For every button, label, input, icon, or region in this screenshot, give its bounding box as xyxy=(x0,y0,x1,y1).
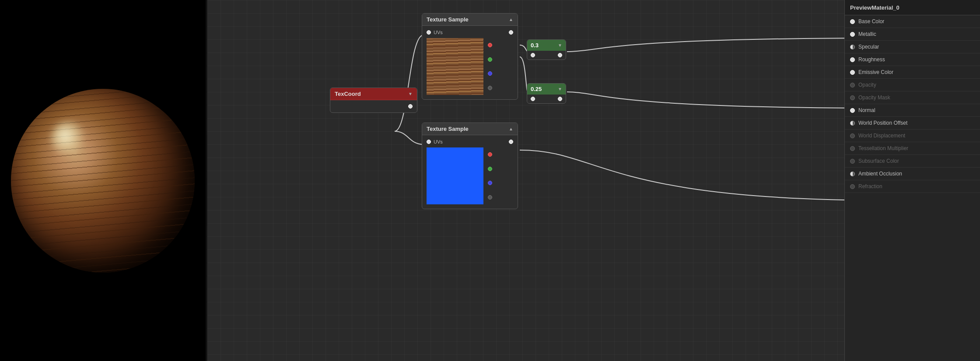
pm-label-8: World Position Offset xyxy=(858,120,907,126)
preview-material-rows: Base ColorMetallicSpecularRoughnessEmiss… xyxy=(845,15,980,193)
tex-sample-1-uvs-label: UVs xyxy=(434,30,443,35)
tex-sample-1-red-pin[interactable] xyxy=(488,43,492,47)
pm-label-12: Ambient Occlusion xyxy=(858,171,902,177)
pm-pin-2[interactable] xyxy=(850,45,855,49)
scalar-2-output-pin[interactable] xyxy=(558,97,562,101)
texcoord-node[interactable]: TexCoord ▼ xyxy=(330,88,417,113)
pm-pin-12[interactable] xyxy=(850,172,855,176)
texcoord-title: TexCoord xyxy=(335,91,361,97)
tex-sample-1-output-pin[interactable] xyxy=(509,30,513,35)
pm-label-9: World Displacement xyxy=(858,133,905,139)
scalar-1-header: 0.3 ▼ xyxy=(527,40,566,51)
pm-pin-10[interactable] xyxy=(850,146,855,151)
pm-label-0: Base Color xyxy=(858,18,884,25)
tex-sample-2-body: UVs xyxy=(422,135,518,209)
pm-row-3[interactable]: Roughness xyxy=(845,53,980,66)
preview-material-header: PreviewMaterial_0 xyxy=(845,0,980,15)
pm-label-3: Roughness xyxy=(858,56,885,63)
tex-sample-1-pins xyxy=(488,36,495,97)
scalar-1-body xyxy=(527,51,566,60)
tex-sample-2-green-pin[interactable] xyxy=(488,167,492,171)
pm-row-6[interactable]: Opacity Mask xyxy=(845,91,980,104)
pm-row-12[interactable]: Ambient Occlusion xyxy=(845,168,980,180)
pm-pin-7[interactable] xyxy=(850,108,855,113)
pm-label-10: Tessellation Multiplier xyxy=(858,145,908,151)
node-editor[interactable]: TexCoord ▼ Texture Sample ▲ UVs xyxy=(207,0,980,361)
pm-label-4: Emissive Color xyxy=(858,69,893,75)
pm-row-9[interactable]: World Displacement xyxy=(845,130,980,142)
tex-sample-1-uvs-row: UVs xyxy=(422,28,518,36)
scalar-1-input-pin[interactable] xyxy=(531,53,535,57)
tex-sample-2-uvs-pin[interactable] xyxy=(427,140,431,144)
pm-row-10[interactable]: Tessellation Multiplier xyxy=(845,142,980,155)
pm-label-6: Opacity Mask xyxy=(858,95,890,101)
tex-sample-1-uvs-pin[interactable] xyxy=(427,30,431,35)
material-sphere xyxy=(11,89,195,273)
scalar-node-1[interactable]: 0.3 ▼ xyxy=(527,39,566,60)
tex-sample-1-arrow: ▲ xyxy=(509,17,513,22)
pm-label-13: Refraction xyxy=(858,183,882,189)
pm-row-5[interactable]: Opacity xyxy=(845,79,980,91)
pm-pin-3[interactable] xyxy=(850,57,855,62)
pm-pin-13[interactable] xyxy=(850,184,855,189)
normal-texture xyxy=(427,147,483,204)
tex-sample-2-uvs-row: UVs xyxy=(422,138,518,146)
tex-sample-1-alpha-pin[interactable] xyxy=(488,86,492,90)
tex-sample-2-output-pin[interactable] xyxy=(509,140,513,144)
tex-sample-1-preview xyxy=(427,38,483,95)
pm-pin-1[interactable] xyxy=(850,32,855,37)
texcoord-body xyxy=(330,100,417,112)
pm-label-11: Subsurface Color xyxy=(858,158,899,164)
scalar-1-arrow: ▼ xyxy=(558,43,562,48)
texcoord-header: TexCoord ▼ xyxy=(330,88,417,100)
scalar-1-output-pin[interactable] xyxy=(558,53,562,57)
scalar-2-header: 0.25 ▼ xyxy=(527,84,566,95)
pm-pin-11[interactable] xyxy=(850,159,855,164)
pm-row-13[interactable]: Refraction xyxy=(845,180,980,193)
tex-sample-1-green-pin[interactable] xyxy=(488,57,492,62)
tex-sample-2-alpha-pin[interactable] xyxy=(488,195,492,200)
tex-sample-1-title: Texture Sample xyxy=(427,16,469,23)
tex-sample-1-body: UVs xyxy=(422,26,518,99)
sphere-container xyxy=(11,89,195,273)
scalar-2-value: 0.25 xyxy=(531,86,542,92)
pm-pin-5[interactable] xyxy=(850,83,855,88)
pm-row-0[interactable]: Base Color xyxy=(845,15,980,28)
tex-sample-2-title: Texture Sample xyxy=(427,126,469,132)
texcoord-output-pin[interactable] xyxy=(408,104,413,109)
texture-sample-1-node[interactable]: Texture Sample ▲ UVs xyxy=(422,13,518,100)
pm-pin-8[interactable] xyxy=(850,121,855,126)
wood-texture xyxy=(427,38,483,95)
pm-label-5: Opacity xyxy=(858,82,876,88)
pm-pin-4[interactable] xyxy=(850,70,855,75)
pm-row-4[interactable]: Emissive Color xyxy=(845,66,980,79)
pm-pin-9[interactable] xyxy=(850,133,855,138)
tex-sample-1-blue-pin[interactable] xyxy=(488,71,492,76)
scalar-node-2[interactable]: 0.25 ▼ xyxy=(527,83,566,104)
scalar-2-input-pin[interactable] xyxy=(531,97,535,101)
tex-sample-2-uvs-label: UVs xyxy=(434,139,443,144)
tex-sample-1-preview-area xyxy=(422,36,518,97)
tex-sample-2-preview-area xyxy=(422,146,518,206)
pm-row-1[interactable]: Metallic xyxy=(845,28,980,41)
pm-pin-6[interactable] xyxy=(850,95,855,100)
pm-row-11[interactable]: Subsurface Color xyxy=(845,155,980,168)
tex-sample-2-pins xyxy=(488,146,495,206)
scalar-1-value: 0.3 xyxy=(531,42,539,49)
pm-label-2: Specular xyxy=(858,44,879,50)
preview-material-node[interactable]: PreviewMaterial_0 Base ColorMetallicSpec… xyxy=(844,0,980,361)
tex-sample-1-header: Texture Sample ▲ xyxy=(422,14,518,26)
tex-sample-2-blue-pin[interactable] xyxy=(488,181,492,185)
pm-label-1: Metallic xyxy=(858,31,876,37)
pm-label-7: Normal xyxy=(858,107,875,113)
tex-sample-2-red-pin[interactable] xyxy=(488,152,492,157)
scalar-2-body xyxy=(527,95,566,103)
pm-row-7[interactable]: Normal xyxy=(845,104,980,117)
preview-material-title: PreviewMaterial_0 xyxy=(850,4,900,11)
texture-sample-2-node[interactable]: Texture Sample ▲ UVs xyxy=(422,123,518,209)
texcoord-output-row xyxy=(330,103,417,110)
tex-sample-2-preview xyxy=(427,147,483,204)
pm-row-2[interactable]: Specular xyxy=(845,41,980,53)
pm-row-8[interactable]: World Position Offset xyxy=(845,117,980,130)
pm-pin-0[interactable] xyxy=(850,19,855,24)
